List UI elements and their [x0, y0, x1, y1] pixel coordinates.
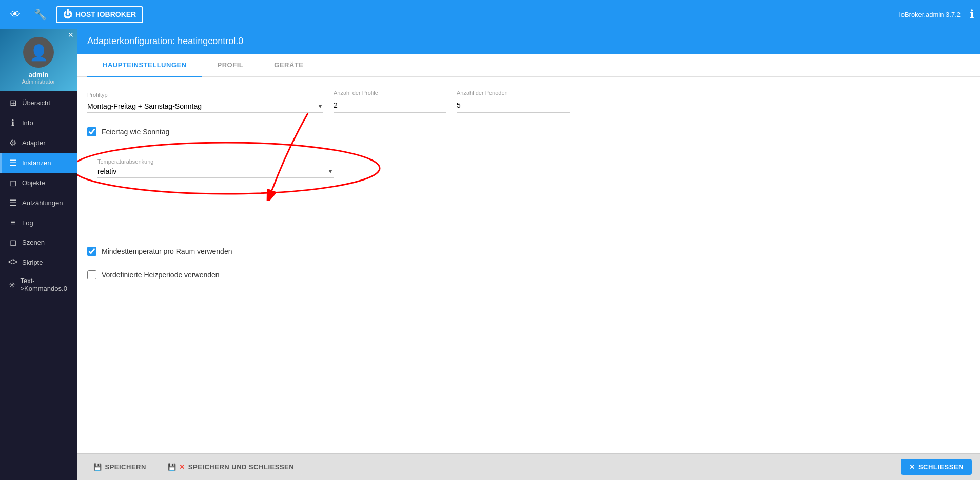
field-profiltyp: Profiltyp Montag-Freitag + Samstag-Sonnt…: [87, 92, 323, 113]
checkbox-row-feiertag: Feiertag wie Sonntag: [87, 125, 970, 138]
vordefinierte-checkbox[interactable]: [87, 270, 96, 279]
anzahl-profile-label: Anzahl der Profile: [334, 90, 446, 96]
page-title: Adapterkonfiguration: heatingcontrol.0: [87, 36, 243, 46]
sidebar-role: Administrator: [22, 78, 55, 85]
log-icon: ≡: [8, 218, 18, 227]
save-close-label: SPEICHERN UND SCHLIESSEN: [188, 463, 294, 471]
checkbox-row-mindesttemperatur: Mindesttemperatur pro Raum verwenden: [87, 245, 970, 258]
main-content: Adapterkonfiguration: heatingcontrol.0 H…: [77, 29, 980, 480]
sidebar-menu: ⊞ Übersicht ℹ Info ⚙ Adapter ☰ Instanzen…: [0, 91, 77, 480]
close-sidebar-button[interactable]: ✕: [68, 31, 74, 39]
power-icon: ⏻: [63, 9, 72, 20]
sidebar-item-uebersicht[interactable]: ⊞ Übersicht: [0, 93, 77, 113]
temperaturabsenkung-section: Temperaturabsenkung relativ absolut ▼: [87, 149, 344, 186]
save-button[interactable]: 💾 SPEICHERN: [85, 459, 154, 475]
field-anzahl-perioden: Anzahl der Perioden 5: [457, 90, 570, 113]
sidebar-item-adapter[interactable]: ⚙ Adapter: [0, 133, 77, 153]
close-icon: ✕: [909, 463, 915, 471]
feiertag-label: Feiertag wie Sonntag: [102, 128, 169, 136]
sidebar-item-label: Adapter: [22, 139, 46, 147]
page-header: Adapterkonfiguration: heatingcontrol.0: [77, 29, 980, 54]
sidebar-item-objekte[interactable]: ◻ Objekte: [0, 173, 77, 193]
sidebar-item-text-kommandos[interactable]: ✳ Text->Kommandos.0: [0, 272, 77, 297]
bottom-bar: 💾 SPEICHERN 💾 ✕ SPEICHERN UND SCHLIESSEN…: [77, 453, 980, 480]
top-bar: 👁 🔧 ⏻ HOST IOBROKER ioBroker.admin 3.7.2…: [0, 0, 980, 29]
eye-icon: 👁: [10, 9, 21, 21]
objects-icon: ◻: [8, 178, 18, 188]
anzahl-perioden-value: 5: [457, 98, 570, 113]
scripts-icon: <>: [8, 257, 18, 267]
main-layout: ✕ 👤 admin Administrator ⊞ Übersicht ℹ In…: [0, 29, 980, 480]
save-icon: 💾: [93, 463, 102, 471]
temperaturabsenkung-inner: Temperaturabsenkung relativ absolut ▼: [87, 149, 344, 186]
bottom-left-buttons: 💾 SPEICHERN 💾 ✕ SPEICHERN UND SCHLIESSEN: [85, 459, 302, 475]
scenes-icon: ◻: [8, 237, 18, 247]
sidebar-item-log[interactable]: ≡ Log: [0, 213, 77, 232]
field-anzahl-profile: Anzahl der Profile 2: [334, 90, 446, 113]
feiertag-checkbox[interactable]: [87, 127, 96, 136]
profiltyp-dropdown-arrow: ▼: [317, 103, 323, 110]
sidebar-avatar-area: ✕ 👤 admin Administrator: [0, 29, 77, 91]
host-label: HOST IOBROKER: [75, 10, 136, 18]
sidebar: ✕ 👤 admin Administrator ⊞ Übersicht ℹ In…: [0, 29, 77, 480]
person-icon: 👤: [29, 44, 48, 62]
tab-haupteinstellungen[interactable]: HAUPTEINSTELLUNGEN: [87, 54, 202, 77]
sidebar-item-label: Instanzen: [22, 159, 51, 167]
sidebar-item-aufzaehlungen[interactable]: ☰ Aufzählungen: [0, 193, 77, 213]
grid-icon: ⊞: [8, 98, 18, 108]
settings-button[interactable]: 🔧: [30, 5, 51, 24]
profiltyp-select-wrapper[interactable]: Montag-Freitag + Samstag-Sonntag Montag-…: [87, 100, 323, 113]
mindesttemperatur-label: Mindesttemperatur pro Raum verwenden: [102, 247, 232, 255]
anzahl-perioden-label: Anzahl der Perioden: [457, 90, 570, 96]
vordefinierte-label: Vordefinierte Heizperiode verwenden: [102, 271, 220, 279]
adapter-icon: ⚙: [8, 138, 18, 148]
form-row-profiltyp: Profiltyp Montag-Freitag + Samstag-Sonnt…: [87, 90, 970, 113]
close-x-icon: ✕: [179, 463, 185, 471]
tabs-bar: HAUPTEINSTELLUNGEN PROFIL GERÄTE: [77, 54, 980, 77]
mindesttemperatur-checkbox[interactable]: [87, 247, 96, 256]
version-label: ioBroker.admin 3.7.2: [899, 11, 961, 18]
info-circle-icon: ℹ: [970, 8, 974, 21]
host-button[interactable]: ⏻ HOST IOBROKER: [56, 6, 143, 23]
sidebar-item-label: Szenen: [22, 238, 45, 246]
save-label: SPEICHERN: [105, 463, 146, 471]
close-button[interactable]: ✕ SCHLIESSEN: [901, 459, 972, 475]
sidebar-item-instanzen[interactable]: ☰ Instanzen: [0, 153, 77, 173]
visibility-button[interactable]: 👁: [6, 6, 25, 24]
wrench-icon: 🔧: [34, 8, 47, 21]
temperaturabsenkung-dropdown-arrow: ▼: [327, 168, 334, 175]
avatar: 👤: [23, 37, 54, 68]
sidebar-item-label: Objekte: [22, 179, 45, 187]
enum-icon: ☰: [8, 198, 18, 208]
checkbox-row-vordefinierte: Vordefinierte Heizperiode verwenden: [87, 268, 970, 282]
sidebar-item-label: Log: [22, 219, 33, 227]
sidebar-item-skripte[interactable]: <> Skripte: [0, 252, 77, 272]
sidebar-item-label: Aufzählungen: [22, 199, 63, 207]
temperaturabsenkung-select[interactable]: relativ absolut: [97, 167, 327, 175]
sidebar-item-szenen[interactable]: ◻ Szenen: [0, 232, 77, 252]
temperaturabsenkung-label: Temperaturabsenkung: [97, 158, 153, 165]
info-icon: ℹ: [8, 118, 18, 128]
sidebar-item-label: Skripte: [22, 258, 43, 266]
save-close-button[interactable]: 💾 ✕ SPEICHERN UND SCHLIESSEN: [160, 459, 302, 475]
sidebar-item-info[interactable]: ℹ Info: [0, 113, 77, 133]
text-kommandos-icon: ✳: [8, 280, 16, 290]
sidebar-item-label: Übersicht: [22, 99, 50, 107]
profiltyp-select[interactable]: Montag-Freitag + Samstag-Sonntag Montag-…: [87, 102, 317, 110]
sidebar-item-label: Text->Kommandos.0: [20, 277, 71, 292]
instances-icon: ☰: [8, 158, 18, 168]
content-area: Profiltyp Montag-Freitag + Samstag-Sonnt…: [77, 77, 980, 453]
sidebar-username: admin: [29, 71, 48, 78]
anzahl-profile-value: 2: [334, 98, 446, 113]
tab-geraete[interactable]: GERÄTE: [259, 54, 319, 77]
close-label: SCHLIESSEN: [918, 463, 964, 471]
tab-profil[interactable]: PROFIL: [202, 54, 259, 77]
temperaturabsenkung-select-wrapper[interactable]: relativ absolut ▼: [97, 165, 334, 178]
profiltyp-label: Profiltyp: [87, 92, 323, 98]
sidebar-item-label: Info: [22, 119, 33, 127]
save-close-icon: 💾: [168, 463, 177, 471]
